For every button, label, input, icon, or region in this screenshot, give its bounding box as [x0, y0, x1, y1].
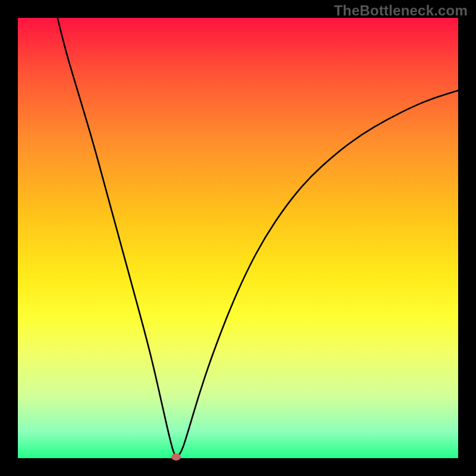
curve-layer [18, 18, 458, 458]
optimum-marker [171, 453, 181, 461]
watermark-text: TheBottleneck.com [334, 2, 468, 19]
chart-frame: TheBottleneck.com [0, 0, 476, 476]
bottleneck-curve [58, 18, 458, 456]
